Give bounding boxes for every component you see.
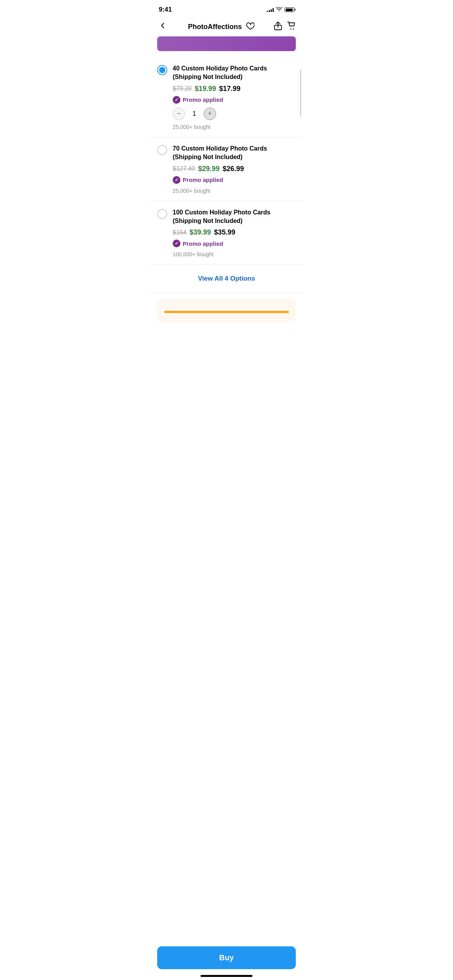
signal-icon <box>267 7 274 12</box>
scrollbar[interactable] <box>300 70 301 116</box>
option-content-2: 70 Custom Holiday Photo Cards (Shipping … <box>173 144 296 194</box>
battery-icon <box>285 7 294 12</box>
nav-title-area: PhotoAffections <box>188 22 254 32</box>
qty-value: 1 <box>190 110 198 118</box>
promo-check-icon-3: ✓ <box>173 240 180 247</box>
price-final-1: $17.99 <box>219 85 240 93</box>
price-row-1: $79.20 $19.99 $17.99 <box>173 85 296 93</box>
qty-plus-button[interactable]: + <box>204 108 216 120</box>
option-title-2: 70 Custom Holiday Photo Cards (Shipping … <box>173 144 296 162</box>
nav-left <box>157 20 168 33</box>
back-button[interactable] <box>157 20 168 33</box>
option-content-1: 40 Custom Holiday Photo Cards (Shipping … <box>173 64 296 130</box>
price-original-3: $164 <box>173 229 187 236</box>
price-row-2: $127.40 $29.99 $26.99 <box>173 165 296 173</box>
bought-text-3: 100,000+ bought <box>173 251 296 257</box>
radio-button-3[interactable] <box>157 209 167 219</box>
svg-point-2 <box>293 28 294 29</box>
bought-text-1: 25,000+ bought <box>173 124 296 130</box>
option-title-1: 40 Custom Holiday Photo Cards (Shipping … <box>173 64 296 82</box>
radio-button-1[interactable] <box>157 65 167 75</box>
bought-text-2: 25,000+ bought <box>173 188 296 194</box>
status-time: 9:41 <box>159 6 172 14</box>
price-discounted-2: $29.99 <box>198 165 220 173</box>
price-final-3: $35.99 <box>214 228 235 236</box>
cart-button[interactable] <box>287 22 296 32</box>
radio-inner-1 <box>159 67 165 73</box>
wifi-icon <box>276 7 282 13</box>
price-original-1: $79.20 <box>173 85 192 92</box>
promo-text-2: Promo applied <box>183 176 223 183</box>
status-bar: 9:41 <box>151 0 302 17</box>
price-row-3: $164 $39.99 $35.99 <box>173 228 296 236</box>
purple-banner <box>157 36 296 51</box>
view-all-options-button[interactable]: View All 4 Options <box>151 265 302 293</box>
promo-row-3: ✓ Promo applied <box>173 240 296 247</box>
recommendation-card <box>157 299 296 322</box>
option-content-3: 100 Custom Holiday Photo Cards (Shipping… <box>173 208 296 258</box>
promo-row-1: ✓ Promo applied <box>173 96 296 104</box>
qty-row-1: − 1 + <box>173 108 296 120</box>
price-discounted-1: $19.99 <box>195 85 216 93</box>
radio-button-2[interactable] <box>157 145 167 155</box>
nav-right <box>274 22 296 32</box>
share-button[interactable] <box>274 22 282 32</box>
promo-check-icon-1: ✓ <box>173 96 180 104</box>
promo-row-2: ✓ Promo applied <box>173 176 296 184</box>
nav-bar: PhotoAffections <box>151 17 302 36</box>
promo-text-3: Promo applied <box>183 240 223 247</box>
qty-minus-button[interactable]: − <box>173 108 185 120</box>
nav-title: PhotoAffections <box>188 23 242 31</box>
option-title-3: 100 Custom Holiday Photo Cards (Shipping… <box>173 208 296 226</box>
option-item-1[interactable]: 40 Custom Holiday Photo Cards (Shipping … <box>151 57 302 137</box>
bottom-area <box>151 293 302 329</box>
recommendation-bar <box>164 311 289 313</box>
price-discounted-3: $39.99 <box>190 228 211 236</box>
promo-text-1: Promo applied <box>183 96 223 103</box>
option-item-2[interactable]: 70 Custom Holiday Photo Cards (Shipping … <box>151 137 302 201</box>
options-container: 40 Custom Holiday Photo Cards (Shipping … <box>151 57 302 265</box>
promo-check-icon-2: ✓ <box>173 176 180 184</box>
option-item-3[interactable]: 100 Custom Holiday Photo Cards (Shipping… <box>151 201 302 265</box>
price-final-2: $26.99 <box>223 165 244 173</box>
price-original-2: $127.40 <box>173 165 195 172</box>
svg-point-1 <box>290 28 292 29</box>
status-icons <box>267 7 294 13</box>
heart-button[interactable] <box>246 22 254 32</box>
